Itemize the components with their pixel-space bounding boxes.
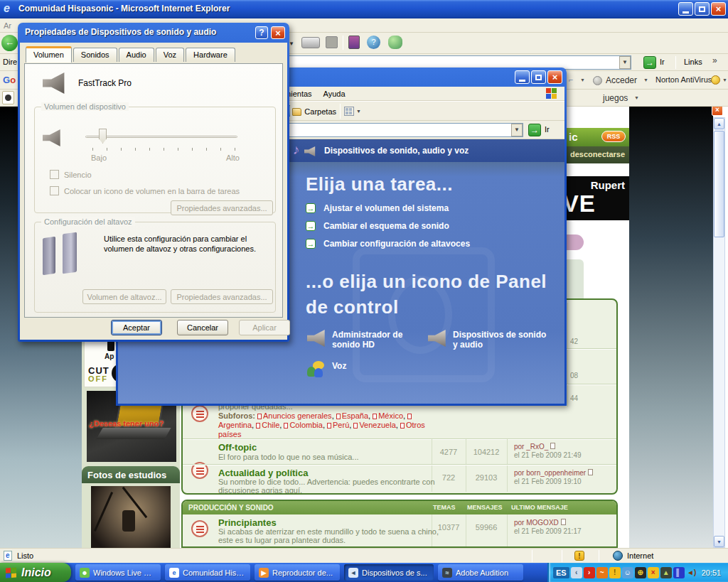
user-tray-icon[interactable]: ☺ xyxy=(622,567,633,578)
cp-close-button[interactable]: × xyxy=(547,70,562,84)
norton-dropdown-icon[interactable]: ▼ xyxy=(722,77,727,82)
forum-last-author[interactable]: por born_oppenheimer xyxy=(514,469,593,477)
volume-tray-icon[interactable]: ◄) xyxy=(686,567,697,578)
hide-tray-icon[interactable]: ‹ xyxy=(571,567,582,578)
column-ultimo[interactable]: ULTIMO MENSAJE xyxy=(511,504,568,511)
maximize-button[interactable] xyxy=(695,2,710,16)
tab-audio[interactable]: Audio xyxy=(119,48,154,62)
page-tab-icon[interactable] xyxy=(2,91,14,104)
advanced-properties-button[interactable]: Propiedades avanzadas... xyxy=(171,200,273,215)
subforum-link-espa-a[interactable]: España xyxy=(342,411,368,420)
wrench-icon[interactable]: ⌐ xyxy=(569,75,573,84)
ie-titlebar[interactable]: e Comunidad Hispasonic - Microsoft Inter… xyxy=(0,0,728,18)
book-tray-icon[interactable]: ▌ xyxy=(673,567,685,578)
last-post-icon[interactable] xyxy=(588,469,593,475)
cp-go-button[interactable]: → xyxy=(528,124,541,136)
cp-icon-item-dispositivos[interactable]: Dispositivos de sonido y audio xyxy=(428,330,549,350)
messenger-help-icon[interactable]: ? xyxy=(367,36,380,49)
forum-link[interactable]: Actualidad y política xyxy=(218,468,308,478)
juegos-label[interactable]: juegos xyxy=(603,93,628,103)
folders-button[interactable]: Carpetas xyxy=(291,103,337,120)
taskbar-item-windows-live-m[interactable]: ☻Windows Live M... xyxy=(75,564,161,581)
task-label[interactable]: Cambiar el esquema de sonido xyxy=(323,221,449,231)
java-tray-icon[interactable]: ~ xyxy=(596,567,608,578)
task-label[interactable]: Ajustar el volumen del sistema xyxy=(323,203,449,213)
ok-button[interactable]: Aceptar xyxy=(111,320,162,335)
subforum-link-m-xico[interactable]: México xyxy=(378,411,403,420)
go-label[interactable]: Ir xyxy=(660,58,665,66)
subforum-link-colombia[interactable]: Colombia xyxy=(289,421,322,429)
cancel-button[interactable]: Cancelar xyxy=(177,320,228,335)
messenger-icon[interactable] xyxy=(388,36,402,49)
apply-button[interactable]: Aplicar xyxy=(239,320,290,335)
cp-icon-item-voz[interactable]: Voz xyxy=(307,361,421,378)
toolbar-dropdown-icon[interactable]: ▼ xyxy=(289,41,294,47)
msg-red-tray-icon[interactable]: › xyxy=(584,567,595,578)
author-link[interactable]: por born_oppenheimer xyxy=(514,469,586,477)
start-button[interactable]: Inicio xyxy=(0,563,71,582)
cp-maximize-button[interactable] xyxy=(531,70,546,84)
emule-tray-icon[interactable]: ▲ xyxy=(660,567,672,578)
task-item-ajustar-el-volumen-del-sistema[interactable]: →Ajustar el volumen del sistema xyxy=(306,203,547,213)
task-item-cambiar-el-esquema-de-sonido[interactable]: →Cambiar el esquema de sonido xyxy=(306,221,547,231)
tray-icon-checkbox[interactable] xyxy=(50,186,59,195)
shield-tray-icon[interactable]: ! xyxy=(609,567,621,578)
norton-label[interactable]: Norton AntiVirus xyxy=(655,75,712,84)
taskbar-item-dispositivos-de-s[interactable]: ◄Dispositivos de s... xyxy=(344,564,434,581)
links-label[interactable]: Links xyxy=(684,58,702,66)
cp-address-dropdown[interactable]: ▼ xyxy=(511,124,523,136)
subforum-link-argentina[interactable]: Argentina xyxy=(218,421,252,429)
address-dropdown-button[interactable]: ▼ xyxy=(619,56,631,69)
links-chevron-icon[interactable]: » xyxy=(712,55,717,65)
column-temas[interactable]: TEMAS xyxy=(433,504,456,511)
forum-link[interactable]: Off-topic xyxy=(218,442,257,453)
volume-slider-track[interactable] xyxy=(85,136,237,138)
dialog-help-button[interactable]: ? xyxy=(255,26,268,39)
juegos-dropdown-icon[interactable]: ▼ xyxy=(634,95,639,100)
scroll-down-button[interactable]: ▼ xyxy=(714,536,724,547)
task-item-cambiar-configuraci-n-de-altavoces[interactable]: →Cambiar configuración de altavoces xyxy=(306,239,547,249)
taskbar-item-comunidad-hisp[interactable]: eComunidad Hisp... xyxy=(165,564,250,581)
research-icon[interactable] xyxy=(348,36,360,49)
speaker-volume-button[interactable]: Volumen de altavoz... xyxy=(82,289,166,304)
subforum-link-venezuela[interactable]: Venezuela xyxy=(359,421,395,429)
author-link[interactable]: por _RxO_ xyxy=(514,443,548,451)
author-link[interactable]: por MOGOXD xyxy=(514,519,559,527)
scrollbar-thumb[interactable] xyxy=(714,131,724,237)
go-button[interactable]: → xyxy=(643,56,656,69)
dialog-close-button[interactable]: × xyxy=(271,26,285,39)
acceder-label[interactable]: Acceder xyxy=(606,75,637,85)
cp-icon-label[interactable]: Administrador de sonido HD xyxy=(332,330,421,350)
tab-sonidos[interactable]: Sonidos xyxy=(73,48,117,62)
rss-badge[interactable]: RSS xyxy=(601,131,626,142)
cp-minimize-button[interactable] xyxy=(515,70,530,84)
print-icon[interactable] xyxy=(301,37,320,48)
menu-archivo[interactable]: Ar xyxy=(4,21,11,30)
tab-voz[interactable]: Voz xyxy=(156,48,184,62)
studio-photo[interactable] xyxy=(91,486,171,548)
disconnect-link[interactable]: desconectarse xyxy=(570,150,625,158)
advanced-properties-button-2[interactable]: Propiedades avanzadas... xyxy=(171,289,273,304)
scroll-up-button[interactable]: ▲ xyxy=(714,118,724,129)
taskbar-item-adobe-audition[interactable]: ≈Adobe Audition xyxy=(438,564,523,581)
norton-tray-icon[interactable]: × xyxy=(648,567,659,578)
subforum-link-anuncios-generales[interactable]: Anuncios generales xyxy=(263,411,332,420)
subforum-link-per[interactable]: Perú xyxy=(333,421,349,429)
cp-icon-item-admin-sonido[interactable]: Administrador de sonido HD xyxy=(307,330,421,350)
task-label[interactable]: Cambiar configuración de altavoces xyxy=(323,239,470,249)
cp-icon-label[interactable]: Voz xyxy=(332,361,346,378)
close-button[interactable]: × xyxy=(711,2,726,16)
taskbar-clock[interactable]: 20:51 xyxy=(702,568,722,577)
taskbar-item-reproductor-de[interactable]: ▶Reproductor de... xyxy=(255,564,340,581)
acceder-dropdown-icon[interactable]: ▼ xyxy=(643,77,648,82)
ad-close-button[interactable]: × xyxy=(712,107,723,116)
forum-last-author[interactable]: por MOGOXD xyxy=(514,519,566,527)
minimize-button[interactable] xyxy=(678,2,693,16)
cp-icon-label[interactable]: Dispositivos de sonido y audio xyxy=(453,330,549,350)
wrench-dropdown-icon[interactable]: ▼ xyxy=(580,77,585,82)
back-button[interactable]: ← xyxy=(1,35,18,51)
forum-link[interactable]: Principiantes xyxy=(218,517,277,528)
last-post-icon[interactable] xyxy=(561,519,566,525)
tab-volumen[interactable]: Volumen xyxy=(26,46,72,63)
column-mensajes[interactable]: MENSAJES xyxy=(467,504,503,511)
